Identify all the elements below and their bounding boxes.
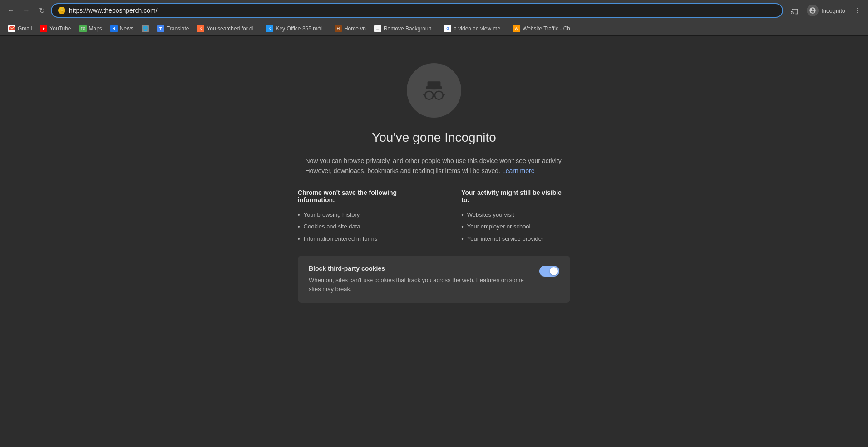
bookmark-searched-label: You searched for di... — [207, 25, 258, 32]
maps-favicon: 🗺 — [79, 25, 87, 32]
list-item-label: Your internet service provider — [467, 234, 544, 243]
svg-point-3 — [425, 91, 433, 99]
key-office-favicon: K — [266, 25, 273, 32]
activity-visible-col: Your activity might still be visible to:… — [461, 189, 570, 245]
forward-button[interactable]: → — [20, 4, 33, 17]
list-item: Your employer or school — [461, 221, 570, 233]
col1-heading: Chrome won't save the following informat… — [298, 189, 434, 204]
url-input[interactable] — [69, 7, 776, 14]
list-item-label: Your browsing history — [304, 210, 360, 219]
searched-favicon: K — [197, 25, 204, 32]
bookmark-video-ad[interactable]: G a video ad view me... — [440, 24, 508, 34]
reload-button[interactable]: ↻ — [35, 4, 48, 17]
col2-heading: Your activity might still be visible to: — [461, 189, 570, 204]
bookmark-news[interactable]: N News — [107, 24, 137, 34]
bookmark-key-office-label: Key Office 365 mới... — [276, 25, 326, 32]
address-bar[interactable]: 🔒 — [51, 3, 783, 18]
col2-list: Websites you visit Your employer or scho… — [461, 209, 570, 245]
toggle-track — [539, 266, 559, 277]
globe-favicon: 🌐 — [142, 25, 149, 32]
cookie-text: Block third-party cookies When on, sites… — [309, 265, 527, 293]
browser-actions: Incognito ⋮ — [789, 3, 863, 18]
bookmark-youtube-label: YouTube — [49, 25, 71, 32]
bookmark-translate-label: Translate — [167, 25, 189, 32]
bookmarks-bar: Gmail YouTube 🗺 Maps N News 🌐 T Translat… — [0, 21, 868, 35]
home-vn-favicon: H — [335, 25, 342, 32]
incognito-button[interactable]: Incognito — [803, 3, 849, 18]
page-title: You've gone Incognito — [372, 130, 496, 145]
incognito-icon — [407, 63, 461, 118]
bookmark-maps-label: Maps — [89, 25, 102, 32]
learn-more-link[interactable]: Learn more — [502, 167, 535, 174]
bookmark-searched[interactable]: K You searched for di... — [193, 24, 261, 34]
bookmark-youtube[interactable]: YouTube — [36, 24, 74, 34]
gmail-favicon — [8, 25, 15, 32]
bookmark-maps[interactable]: 🗺 Maps — [76, 24, 106, 34]
youtube-favicon — [40, 25, 47, 32]
intro-text: Now you can browse privately, and other … — [305, 156, 562, 176]
remove-bg-favicon: ☁ — [374, 25, 381, 32]
svg-point-4 — [435, 91, 443, 99]
bookmark-website-traffic[interactable]: W Website Traffic - Ch... — [509, 24, 578, 34]
bookmark-home-vn-label: Home.vn — [344, 25, 366, 32]
svg-rect-2 — [426, 86, 442, 89]
bookmark-remove-bg[interactable]: ☁ Remove Backgroun... — [370, 24, 439, 34]
main-content: You've gone Incognito Now you can browse… — [0, 36, 868, 429]
list-item-label: Information entered in forms — [304, 234, 378, 243]
bookmark-gmail[interactable]: Gmail — [5, 24, 35, 34]
browser-chrome: ← → ↻ 🔒 Incognito ⋮ — [0, 0, 868, 36]
bookmark-translate[interactable]: T Translate — [153, 24, 193, 34]
toggle-thumb — [550, 267, 558, 275]
col1-list: Your browsing history Cookies and site d… — [298, 209, 434, 245]
bookmark-remove-bg-label: Remove Backgroun... — [384, 25, 436, 32]
chrome-wont-save-col: Chrome won't save the following informat… — [298, 189, 434, 245]
menu-button[interactable]: ⋮ — [851, 4, 863, 17]
cookie-block-box: Block third-party cookies When on, sites… — [298, 256, 570, 303]
cookie-title: Block third-party cookies — [309, 265, 527, 272]
list-item-label: Cookies and site data — [304, 222, 360, 231]
incognito-label: Incognito — [821, 7, 845, 14]
bookmark-website-traffic-label: Website Traffic - Ch... — [523, 25, 575, 32]
list-item: Cookies and site data — [298, 221, 434, 233]
bookmark-home-vn[interactable]: H Home.vn — [331, 24, 370, 34]
cast-button[interactable] — [789, 4, 801, 17]
list-item: Websites you visit — [461, 209, 570, 221]
cookie-desc: When on, sites can't use cookies that tr… — [309, 276, 527, 293]
back-button[interactable]: ← — [5, 4, 17, 17]
list-item-label: Websites you visit — [467, 210, 514, 219]
list-item: Information entered in forms — [298, 233, 434, 245]
bookmark-key-office[interactable]: K Key Office 365 mới... — [262, 24, 330, 34]
video-ad-favicon: G — [444, 25, 451, 32]
incognito-avatar — [807, 5, 819, 16]
info-columns: Chrome won't save the following informat… — [298, 189, 570, 245]
list-item: Your browsing history — [298, 209, 434, 221]
list-item-label: Your employer or school — [467, 222, 531, 231]
list-item: Your internet service provider — [461, 233, 570, 245]
intro-line1: Now you can browse privately, and other … — [305, 157, 562, 164]
cookie-toggle[interactable] — [539, 266, 559, 277]
news-favicon: N — [110, 25, 118, 32]
nav-bar: ← → ↻ 🔒 Incognito ⋮ — [0, 0, 868, 21]
bookmark-news-label: News — [120, 25, 133, 32]
intro-line2: However, downloads, bookmarks and readin… — [305, 167, 500, 174]
bookmark-globe[interactable]: 🌐 — [138, 24, 153, 34]
bookmark-video-ad-label: a video ad view me... — [454, 25, 505, 32]
site-favicon: 🔒 — [58, 7, 65, 14]
website-traffic-favicon: W — [513, 25, 520, 32]
translate-favicon: T — [157, 25, 164, 32]
bookmark-gmail-label: Gmail — [18, 25, 32, 32]
